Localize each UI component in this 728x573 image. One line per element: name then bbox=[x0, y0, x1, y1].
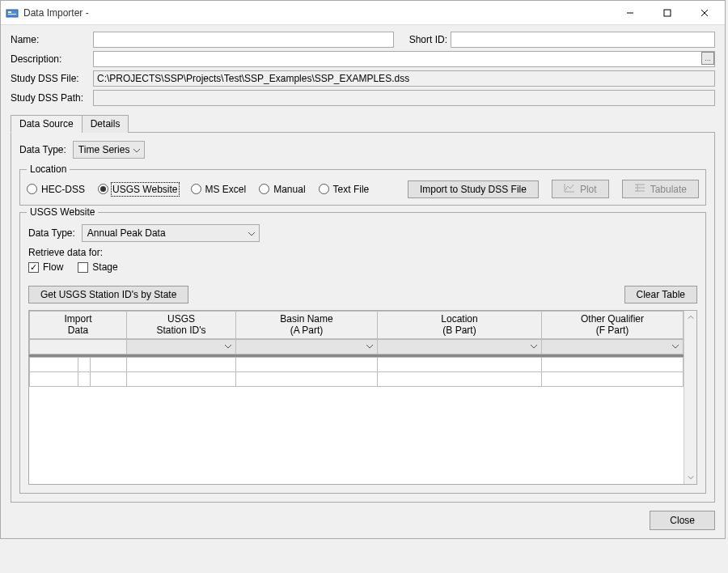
tab-details[interactable]: Details bbox=[82, 115, 129, 133]
minimize-button[interactable] bbox=[612, 1, 649, 25]
chevron-down-icon bbox=[224, 342, 232, 350]
usgs-datatype-value: Annual Peak Data bbox=[87, 227, 166, 239]
checkbox-icon bbox=[28, 262, 39, 273]
data-importer-window: Data Importer - Name: Short ID: Descript… bbox=[0, 0, 726, 539]
usgs-datatype-label: Data Type: bbox=[28, 227, 75, 239]
usgs-datatype-select[interactable]: Annual Peak Data bbox=[82, 224, 260, 242]
col-basin[interactable]: Basin Name(A Part) bbox=[236, 312, 378, 339]
tab-panel-data-source: Data Type: Time Series Location HEC-DSS … bbox=[11, 132, 715, 503]
tabulate-button[interactable]: Tabulate bbox=[622, 180, 699, 198]
dsspath-label: Study DSS Path: bbox=[11, 92, 90, 104]
chevron-down-icon bbox=[133, 146, 141, 154]
table-header: ImportData USGSStation ID's Basin Name(A… bbox=[29, 311, 684, 339]
titlebar: Data Importer - bbox=[1, 1, 725, 25]
tabulate-icon bbox=[634, 183, 645, 195]
datatype-label: Data Type: bbox=[19, 144, 66, 155]
close-dialog-button[interactable]: Close bbox=[650, 511, 715, 530]
filter-location[interactable] bbox=[378, 339, 542, 354]
description-label: Description: bbox=[11, 53, 90, 65]
radio-ms-excel-label: MS Excel bbox=[205, 184, 247, 195]
chevron-down-icon bbox=[366, 342, 374, 350]
description-input[interactable] bbox=[93, 51, 715, 67]
tabulate-label: Tabulate bbox=[650, 184, 687, 195]
radio-text-file[interactable]: Text File bbox=[319, 184, 370, 195]
radio-manual-label: Manual bbox=[273, 184, 305, 195]
checkbox-flow[interactable]: Flow bbox=[28, 261, 63, 273]
shortid-input[interactable] bbox=[451, 32, 715, 48]
close-label: Close bbox=[670, 515, 695, 526]
footer: Close bbox=[1, 506, 725, 538]
import-to-study-button[interactable]: Import to Study DSS File bbox=[408, 180, 539, 198]
radio-icon bbox=[98, 184, 108, 194]
stage-label: Stage bbox=[92, 261, 117, 273]
filter-basin[interactable] bbox=[236, 339, 378, 354]
radio-icon bbox=[27, 184, 37, 194]
chevron-down-icon bbox=[248, 229, 256, 237]
radio-usgs-website[interactable]: USGS Website bbox=[98, 184, 177, 195]
filter-usgs[interactable] bbox=[127, 339, 236, 354]
radio-text-file-label: Text File bbox=[333, 184, 370, 195]
tabstrip: Data Source Details bbox=[11, 114, 715, 132]
col-location[interactable]: Location(B Part) bbox=[378, 312, 542, 339]
radio-icon bbox=[319, 184, 329, 194]
clear-table-label: Clear Table bbox=[637, 289, 685, 300]
table-empty-area bbox=[29, 387, 684, 484]
plot-button[interactable]: Plot bbox=[552, 180, 609, 198]
usgs-website-group: USGS Website Data Type: Annual Peak Data… bbox=[19, 212, 706, 494]
col-import[interactable]: ImportData bbox=[30, 312, 127, 339]
window-title: Data Importer - bbox=[23, 7, 612, 19]
flow-label: Flow bbox=[43, 261, 63, 273]
radio-hec-dss-label: HEC-DSS bbox=[41, 184, 85, 195]
table-row[interactable] bbox=[30, 357, 684, 371]
col-other[interactable]: Other Qualifier(F Part) bbox=[542, 312, 684, 339]
filter-import[interactable] bbox=[30, 339, 127, 354]
description-expand-button[interactable]: … bbox=[701, 52, 714, 65]
col-usgs[interactable]: USGSStation ID's bbox=[127, 312, 236, 339]
tab-data-source[interactable]: Data Source bbox=[11, 115, 83, 133]
table-body bbox=[29, 357, 684, 387]
dsspath-input[interactable] bbox=[93, 90, 715, 106]
tab-details-label: Details bbox=[91, 118, 121, 129]
station-table: ImportData USGSStation ID's Basin Name(A… bbox=[28, 310, 697, 485]
filter-other[interactable] bbox=[542, 339, 684, 354]
vertical-scrollbar[interactable] bbox=[684, 311, 696, 484]
chevron-down-icon bbox=[671, 342, 679, 350]
svg-rect-0 bbox=[6, 10, 18, 17]
radio-manual[interactable]: Manual bbox=[259, 184, 305, 195]
radio-icon bbox=[191, 184, 201, 194]
plot-label: Plot bbox=[580, 184, 597, 195]
tab-data-source-label: Data Source bbox=[19, 118, 74, 129]
datatype-select[interactable]: Time Series bbox=[73, 141, 146, 159]
content-area: Name: Short ID: Description: … Study DSS… bbox=[1, 25, 725, 506]
description-wrap: … bbox=[93, 51, 715, 67]
dssfile-input[interactable] bbox=[93, 70, 715, 87]
shortid-label: Short ID: bbox=[402, 34, 447, 45]
radio-ms-excel[interactable]: MS Excel bbox=[191, 184, 247, 195]
table-row[interactable] bbox=[30, 371, 684, 386]
svg-rect-4 bbox=[664, 10, 671, 16]
app-icon bbox=[6, 6, 19, 19]
datatype-value: Time Series bbox=[78, 144, 130, 155]
scroll-down-icon bbox=[685, 472, 696, 483]
radio-hec-dss[interactable]: HEC-DSS bbox=[27, 184, 85, 195]
dssfile-label: Study DSS File: bbox=[11, 73, 90, 84]
checkbox-stage[interactable]: Stage bbox=[78, 261, 117, 273]
plot-icon bbox=[564, 183, 575, 195]
svg-rect-1 bbox=[8, 11, 11, 13]
maximize-button[interactable] bbox=[649, 1, 686, 25]
clear-table-button[interactable]: Clear Table bbox=[624, 286, 697, 303]
radio-usgs-label: USGS Website bbox=[112, 184, 177, 195]
retrieve-label: Retrieve data for: bbox=[28, 247, 697, 258]
location-group: Location HEC-DSS USGS Website MS Excel bbox=[19, 163, 706, 206]
table-filter-row bbox=[29, 339, 684, 354]
scroll-up-icon bbox=[685, 312, 696, 323]
get-usgs-button[interactable]: Get USGS Station ID's by State bbox=[28, 286, 188, 303]
close-button[interactable] bbox=[686, 1, 723, 25]
usgs-group-label: USGS Website bbox=[27, 206, 98, 218]
get-usgs-label: Get USGS Station ID's by State bbox=[40, 289, 176, 300]
svg-rect-2 bbox=[8, 14, 16, 15]
import-to-study-label: Import to Study DSS File bbox=[420, 184, 527, 195]
name-input[interactable] bbox=[93, 32, 394, 48]
name-label: Name: bbox=[11, 34, 90, 45]
checkbox-icon bbox=[78, 262, 88, 273]
